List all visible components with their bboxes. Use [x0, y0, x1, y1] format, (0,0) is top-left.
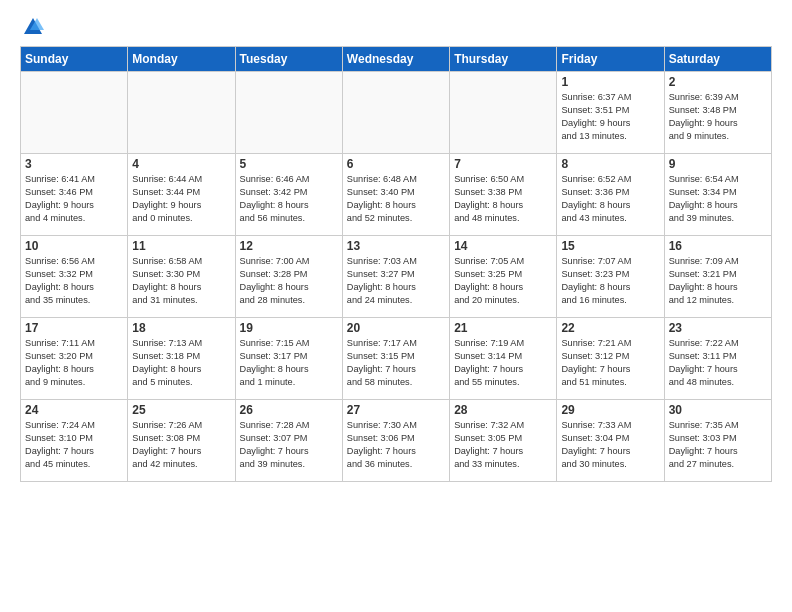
day-info: Sunrise: 7:32 AM Sunset: 3:05 PM Dayligh…: [454, 419, 552, 471]
calendar-cell: 3Sunrise: 6:41 AM Sunset: 3:46 PM Daylig…: [21, 154, 128, 236]
page: SundayMondayTuesdayWednesdayThursdayFrid…: [0, 0, 792, 612]
header-saturday: Saturday: [664, 47, 771, 72]
week-row-4: 24Sunrise: 7:24 AM Sunset: 3:10 PM Dayli…: [21, 400, 772, 482]
calendar-cell: [128, 72, 235, 154]
day-number: 8: [561, 157, 659, 171]
calendar-cell: 20Sunrise: 7:17 AM Sunset: 3:15 PM Dayli…: [342, 318, 449, 400]
day-number: 29: [561, 403, 659, 417]
calendar-cell: [450, 72, 557, 154]
day-number: 19: [240, 321, 338, 335]
calendar-cell: 18Sunrise: 7:13 AM Sunset: 3:18 PM Dayli…: [128, 318, 235, 400]
day-info: Sunrise: 7:05 AM Sunset: 3:25 PM Dayligh…: [454, 255, 552, 307]
calendar-cell: [21, 72, 128, 154]
calendar-cell: [342, 72, 449, 154]
week-row-1: 3Sunrise: 6:41 AM Sunset: 3:46 PM Daylig…: [21, 154, 772, 236]
day-number: 5: [240, 157, 338, 171]
day-info: Sunrise: 7:15 AM Sunset: 3:17 PM Dayligh…: [240, 337, 338, 389]
calendar-cell: 29Sunrise: 7:33 AM Sunset: 3:04 PM Dayli…: [557, 400, 664, 482]
day-number: 1: [561, 75, 659, 89]
day-number: 11: [132, 239, 230, 253]
day-info: Sunrise: 6:56 AM Sunset: 3:32 PM Dayligh…: [25, 255, 123, 307]
day-number: 27: [347, 403, 445, 417]
day-number: 2: [669, 75, 767, 89]
day-info: Sunrise: 7:33 AM Sunset: 3:04 PM Dayligh…: [561, 419, 659, 471]
day-info: Sunrise: 7:07 AM Sunset: 3:23 PM Dayligh…: [561, 255, 659, 307]
day-number: 30: [669, 403, 767, 417]
calendar-cell: 23Sunrise: 7:22 AM Sunset: 3:11 PM Dayli…: [664, 318, 771, 400]
day-info: Sunrise: 7:03 AM Sunset: 3:27 PM Dayligh…: [347, 255, 445, 307]
calendar-cell: 30Sunrise: 7:35 AM Sunset: 3:03 PM Dayli…: [664, 400, 771, 482]
calendar-cell: 10Sunrise: 6:56 AM Sunset: 3:32 PM Dayli…: [21, 236, 128, 318]
calendar-cell: 21Sunrise: 7:19 AM Sunset: 3:14 PM Dayli…: [450, 318, 557, 400]
day-number: 10: [25, 239, 123, 253]
calendar-cell: 6Sunrise: 6:48 AM Sunset: 3:40 PM Daylig…: [342, 154, 449, 236]
day-info: Sunrise: 6:48 AM Sunset: 3:40 PM Dayligh…: [347, 173, 445, 225]
header-sunday: Sunday: [21, 47, 128, 72]
day-number: 23: [669, 321, 767, 335]
calendar: SundayMondayTuesdayWednesdayThursdayFrid…: [20, 46, 772, 482]
day-number: 9: [669, 157, 767, 171]
day-info: Sunrise: 6:46 AM Sunset: 3:42 PM Dayligh…: [240, 173, 338, 225]
day-number: 26: [240, 403, 338, 417]
header-tuesday: Tuesday: [235, 47, 342, 72]
day-number: 17: [25, 321, 123, 335]
day-number: 20: [347, 321, 445, 335]
week-row-3: 17Sunrise: 7:11 AM Sunset: 3:20 PM Dayli…: [21, 318, 772, 400]
day-info: Sunrise: 7:30 AM Sunset: 3:06 PM Dayligh…: [347, 419, 445, 471]
day-info: Sunrise: 6:52 AM Sunset: 3:36 PM Dayligh…: [561, 173, 659, 225]
day-info: Sunrise: 7:19 AM Sunset: 3:14 PM Dayligh…: [454, 337, 552, 389]
calendar-cell: 13Sunrise: 7:03 AM Sunset: 3:27 PM Dayli…: [342, 236, 449, 318]
day-info: Sunrise: 7:00 AM Sunset: 3:28 PM Dayligh…: [240, 255, 338, 307]
calendar-cell: 15Sunrise: 7:07 AM Sunset: 3:23 PM Dayli…: [557, 236, 664, 318]
day-info: Sunrise: 7:24 AM Sunset: 3:10 PM Dayligh…: [25, 419, 123, 471]
calendar-cell: 9Sunrise: 6:54 AM Sunset: 3:34 PM Daylig…: [664, 154, 771, 236]
day-info: Sunrise: 7:09 AM Sunset: 3:21 PM Dayligh…: [669, 255, 767, 307]
calendar-cell: 8Sunrise: 6:52 AM Sunset: 3:36 PM Daylig…: [557, 154, 664, 236]
calendar-cell: 14Sunrise: 7:05 AM Sunset: 3:25 PM Dayli…: [450, 236, 557, 318]
day-number: 4: [132, 157, 230, 171]
calendar-cell: 28Sunrise: 7:32 AM Sunset: 3:05 PM Dayli…: [450, 400, 557, 482]
day-info: Sunrise: 7:21 AM Sunset: 3:12 PM Dayligh…: [561, 337, 659, 389]
day-info: Sunrise: 7:26 AM Sunset: 3:08 PM Dayligh…: [132, 419, 230, 471]
day-info: Sunrise: 7:13 AM Sunset: 3:18 PM Dayligh…: [132, 337, 230, 389]
day-number: 22: [561, 321, 659, 335]
calendar-cell: 7Sunrise: 6:50 AM Sunset: 3:38 PM Daylig…: [450, 154, 557, 236]
day-number: 16: [669, 239, 767, 253]
day-info: Sunrise: 7:22 AM Sunset: 3:11 PM Dayligh…: [669, 337, 767, 389]
day-info: Sunrise: 6:41 AM Sunset: 3:46 PM Dayligh…: [25, 173, 123, 225]
day-info: Sunrise: 7:17 AM Sunset: 3:15 PM Dayligh…: [347, 337, 445, 389]
day-number: 25: [132, 403, 230, 417]
calendar-cell: 11Sunrise: 6:58 AM Sunset: 3:30 PM Dayli…: [128, 236, 235, 318]
header-thursday: Thursday: [450, 47, 557, 72]
day-number: 24: [25, 403, 123, 417]
calendar-cell: 19Sunrise: 7:15 AM Sunset: 3:17 PM Dayli…: [235, 318, 342, 400]
calendar-cell: 2Sunrise: 6:39 AM Sunset: 3:48 PM Daylig…: [664, 72, 771, 154]
day-info: Sunrise: 6:50 AM Sunset: 3:38 PM Dayligh…: [454, 173, 552, 225]
day-number: 7: [454, 157, 552, 171]
day-info: Sunrise: 7:35 AM Sunset: 3:03 PM Dayligh…: [669, 419, 767, 471]
day-info: Sunrise: 6:54 AM Sunset: 3:34 PM Dayligh…: [669, 173, 767, 225]
day-number: 14: [454, 239, 552, 253]
calendar-cell: 16Sunrise: 7:09 AM Sunset: 3:21 PM Dayli…: [664, 236, 771, 318]
day-number: 12: [240, 239, 338, 253]
day-info: Sunrise: 6:39 AM Sunset: 3:48 PM Dayligh…: [669, 91, 767, 143]
calendar-cell: 5Sunrise: 6:46 AM Sunset: 3:42 PM Daylig…: [235, 154, 342, 236]
day-number: 6: [347, 157, 445, 171]
calendar-cell: 12Sunrise: 7:00 AM Sunset: 3:28 PM Dayli…: [235, 236, 342, 318]
calendar-header-row: SundayMondayTuesdayWednesdayThursdayFrid…: [21, 47, 772, 72]
day-info: Sunrise: 7:11 AM Sunset: 3:20 PM Dayligh…: [25, 337, 123, 389]
calendar-cell: 26Sunrise: 7:28 AM Sunset: 3:07 PM Dayli…: [235, 400, 342, 482]
week-row-0: 1Sunrise: 6:37 AM Sunset: 3:51 PM Daylig…: [21, 72, 772, 154]
day-number: 3: [25, 157, 123, 171]
day-number: 15: [561, 239, 659, 253]
calendar-cell: 22Sunrise: 7:21 AM Sunset: 3:12 PM Dayli…: [557, 318, 664, 400]
calendar-cell: [235, 72, 342, 154]
calendar-cell: 4Sunrise: 6:44 AM Sunset: 3:44 PM Daylig…: [128, 154, 235, 236]
logo-icon: [22, 16, 44, 38]
day-number: 28: [454, 403, 552, 417]
day-number: 18: [132, 321, 230, 335]
header: [20, 16, 772, 38]
calendar-body: 1Sunrise: 6:37 AM Sunset: 3:51 PM Daylig…: [21, 72, 772, 482]
calendar-cell: 17Sunrise: 7:11 AM Sunset: 3:20 PM Dayli…: [21, 318, 128, 400]
header-friday: Friday: [557, 47, 664, 72]
